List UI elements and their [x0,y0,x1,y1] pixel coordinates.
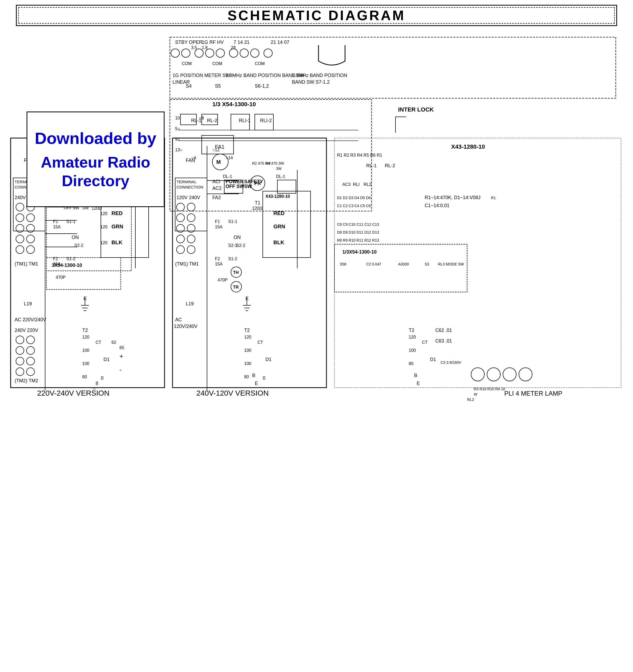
svg-point-13 [264,49,272,57]
svg-text:COM: COM [182,61,192,66]
svg-text:FA2: FA2 [212,195,221,200]
svg-text:C62  .01: C62 .01 [435,328,452,333]
svg-text:120V 240V: 120V 240V [176,195,200,200]
svg-text:1/3 X54-1300-10: 1/3 X54-1300-10 [212,101,256,107]
svg-text:OFF SW: OFF SW [226,184,244,189]
svg-rect-182 [263,191,311,258]
svg-text:C8  C9  C10  C11  C12  C13: C8 C9 C10 C11 C12 C13 [337,222,379,226]
svg-text:T2: T2 [82,328,88,333]
svg-text:T2: T2 [409,328,414,333]
svg-text:COM: COM [255,61,265,66]
svg-text:COM: COM [212,61,222,66]
svg-text:S1-1: S1-1 [228,219,237,224]
svg-text:GRN: GRN [273,223,285,230]
svg-text:80: 80 [409,361,414,366]
svg-point-111 [27,336,34,344]
svg-point-109 [16,357,24,365]
svg-text:○8: ○8 [199,116,204,120]
svg-text:D1: D1 [265,357,271,362]
svg-text:15A: 15A [215,262,223,266]
svg-text:120Ω: 120Ω [252,206,263,211]
watermark-line2: Amateur Radio Directory [27,153,164,190]
svg-text:21    14    07: 21 14 07 [271,40,289,45]
svg-point-112 [27,346,34,355]
svg-text:RL-2: RL-2 [207,118,217,123]
svg-text:S2-2: S2-2 [236,243,245,248]
svg-text:A3000: A3000 [398,262,409,266]
svg-text:80: 80 [82,375,87,379]
svg-text:T1: T1 [255,200,260,206]
svg-text:C1~14:0.01: C1~14:0.01 [425,203,449,208]
svg-text:BLK: BLK [273,239,285,245]
svg-text:100: 100 [244,348,251,353]
svg-text:RLI-1: RLI-1 [239,118,250,123]
svg-text:TERMINAL: TERMINAL [176,179,197,184]
svg-point-8 [205,49,214,57]
svg-text:E: E [255,381,258,386]
svg-text:1.8: 1.8 [202,45,208,50]
svg-text:13○: 13○ [175,148,182,152]
svg-text:100: 100 [82,348,90,353]
svg-text:INTER LOCK: INTER LOCK [398,106,434,113]
svg-text:S1-1: S1-1 [66,219,75,224]
svg-text:R1: R1 [491,196,496,200]
svg-text:S3: S3 [425,262,429,266]
page-title: SCHEMATIC DIAGRAM [227,7,405,23]
watermark-line1: Downloaded by [35,129,156,148]
svg-text:1.8MHz BAND POSITION: 1.8MHz BAND POSITION [292,73,347,78]
svg-text:BAND SW  S7-1.2: BAND SW S7-1.2 [292,79,330,85]
svg-text:X43-1280-10: X43-1280-10 [265,194,290,199]
page-container: SCHEMATIC DIAGRAM Downloaded by Amateur … [0,0,633,672]
svg-point-145 [176,235,185,243]
svg-text:100: 100 [244,361,251,366]
svg-text:S4: S4 [186,83,192,89]
svg-text:E: E [83,296,87,301]
svg-text:F1: F1 [53,219,58,224]
svg-point-230 [471,368,484,381]
svg-text:470P: 470P [218,278,227,282]
svg-text:RED: RED [112,210,123,216]
svg-text:RLI-2: RLI-2 [260,118,272,123]
svg-text:R1~14:470K, D1~14:V08J: R1~14:470K, D1~14:V08J [425,195,480,200]
svg-text:L19: L19 [186,301,194,306]
title-banner: SCHEMATIC DIAGRAM [16,5,617,26]
svg-text:120: 120 [82,335,90,339]
svg-text:AC: AC [175,317,182,322]
svg-text:R1  R2  R3  R4  R5  R6  R1: R1 R2 R3 R4 R5 R6 R1 [337,153,382,158]
svg-text:ON: ON [234,235,241,240]
svg-text:STBY OPER: STBY OPER [175,40,202,45]
svg-text:15A: 15A [215,224,223,229]
svg-text:GRN: GRN [112,223,123,230]
svg-text:8: 8 [96,381,98,386]
svg-text:DL-1: DL-1 [276,174,285,179]
svg-text:RL-1: RL-1 [366,163,376,168]
svg-text:CT: CT [422,340,428,345]
svg-text:L19: L19 [24,301,32,306]
svg-text:RL2: RL2 [364,182,371,187]
svg-text:220V-240V VERSION: 220V-240V VERSION [37,389,109,397]
svg-text:PR: PR [254,181,261,186]
svg-point-12 [250,49,259,57]
svg-text:0: 0 [101,376,103,381]
svg-text:AC 220V/240V: AC 220V/240V [15,317,46,322]
svg-text:F2: F2 [215,257,220,261]
svg-text:1G POSITION  METER SW: 1G POSITION METER SW [172,73,230,78]
svg-text:○: ○ [93,386,96,391]
svg-point-72 [27,235,34,243]
svg-text:15A: 15A [53,224,61,229]
svg-text:120: 120 [100,211,107,216]
svg-text:S1-2: S1-2 [66,257,75,261]
svg-text:3W: 3W [276,166,282,171]
svg-text:5○: 5○ [175,126,180,131]
svg-text:T2: T2 [244,328,250,333]
svg-text:C1  C2  C3  C4  C5  C6: C1 C2 C3 C4 C5 C6 [337,203,371,208]
svg-text:S2-1: S2-1 [228,243,237,248]
svg-text:1G  RF  HV: 1G RF HV [202,40,224,45]
svg-text:FAN: FAN [186,158,195,163]
svg-text:80: 80 [244,375,249,379]
svg-text:W: W [474,392,478,397]
svg-text:65: 65 [119,345,124,350]
svg-text:120: 120 [100,224,107,229]
svg-text:28: 28 [231,45,236,50]
svg-text:-: - [119,366,122,373]
